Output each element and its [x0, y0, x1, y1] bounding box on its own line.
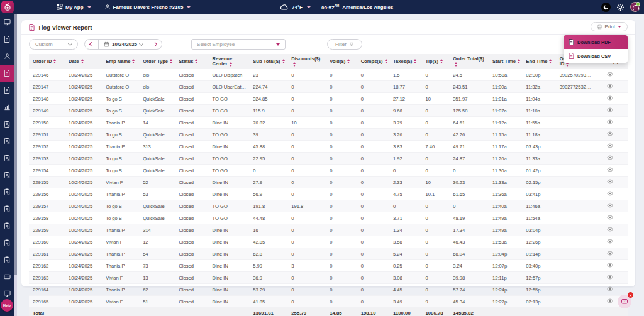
view-action-icon[interactable] [607, 250, 613, 258]
column-header[interactable]: Void($) [326, 54, 357, 69]
table-cell: 10 [287, 117, 326, 129]
sidebar-item-5[interactable] [0, 82, 14, 99]
column-header[interactable]: Status [175, 54, 208, 69]
download-csv-item[interactable]: Download CSV [564, 49, 628, 63]
total-cell [594, 308, 628, 316]
sidebar-item-11[interactable] [0, 183, 14, 200]
app-logo[interactable] [1, 1, 14, 13]
sidebar-item-15[interactable] [0, 251, 14, 268]
table-cell: 0 [326, 296, 357, 308]
sort-icon[interactable] [170, 59, 172, 63]
sort-icon[interactable] [293, 62, 296, 67]
view-action-icon[interactable] [607, 155, 613, 162]
user-avatar[interactable] [630, 2, 640, 12]
download-pdf-item[interactable]: Download PDF [564, 35, 628, 49]
table-cell: 229164 [29, 284, 65, 296]
sidebar-item-1[interactable] [0, 14, 14, 31]
sort-icon[interactable] [440, 59, 443, 63]
sidebar-item-6[interactable] [0, 99, 14, 116]
column-header[interactable]: Start Time [489, 54, 522, 69]
next-day-button[interactable] [148, 40, 162, 49]
view-action-icon[interactable] [607, 190, 613, 198]
date-range-select[interactable]: Custom [29, 39, 78, 50]
sort-icon[interactable] [230, 62, 232, 67]
sort-icon[interactable] [455, 62, 457, 67]
sidebar-item-12[interactable] [0, 200, 14, 217]
view-action-icon[interactable] [607, 238, 613, 246]
column-header[interactable]: Order Total($) [449, 54, 489, 69]
view-action-icon[interactable] [607, 71, 613, 79]
previous-day-button[interactable] [85, 40, 98, 49]
dark-mode-toggle[interactable] [601, 3, 611, 12]
store-selector[interactable]: Famous Dave's Fresno #3105 [104, 4, 191, 10]
column-header[interactable]: Emp Name [102, 54, 139, 69]
sidebar-scrollbar-thumb[interactable] [14, 14, 17, 275]
my-app-menu[interactable]: My App [57, 4, 91, 10]
table-cell [556, 177, 594, 188]
view-action-icon[interactable] [607, 214, 613, 222]
view-action-icon[interactable] [607, 262, 613, 270]
table-cell: 0 [357, 224, 389, 236]
sort-icon[interactable] [385, 59, 387, 63]
print-label: Print [605, 24, 615, 30]
print-button[interactable]: Print [591, 22, 628, 31]
sidebar-item-9[interactable] [0, 150, 14, 166]
view-action-icon[interactable] [607, 178, 613, 186]
view-action-icon[interactable] [607, 143, 613, 150]
view-action-icon[interactable] [607, 226, 613, 234]
settings-gear-icon[interactable] [616, 3, 625, 11]
view-action-icon[interactable] [607, 298, 613, 305]
help-button[interactable]: Help [1, 299, 13, 312]
sidebar-item-4-active[interactable] [0, 65, 14, 82]
temperature-value[interactable]: 74°F [292, 4, 303, 10]
column-header[interactable]: Order Type [139, 54, 175, 69]
sidebar-item-16[interactable] [0, 268, 14, 285]
table-cell: Outstore O [102, 81, 139, 93]
column-header[interactable]: Comps($) [357, 54, 389, 69]
table-cell: TO GO [209, 93, 250, 105]
view-action-icon[interactable] [607, 107, 613, 114]
actions-cell [594, 224, 628, 236]
column-header[interactable]: Order ID [29, 54, 65, 69]
sidebar-item-8[interactable] [0, 133, 14, 150]
sort-icon[interactable] [195, 59, 197, 63]
column-header[interactable]: Revenue Center [209, 54, 250, 69]
sidebar-item-13[interactable] [0, 217, 14, 234]
sort-icon[interactable] [53, 59, 56, 63]
table-cell: 3 [287, 260, 326, 272]
sort-icon[interactable] [549, 59, 552, 63]
sort-icon[interactable] [81, 59, 84, 63]
table-cell: 0 [357, 117, 389, 129]
filter-button[interactable]: Filter [327, 39, 362, 50]
column-header[interactable]: Sub Total($) [249, 54, 287, 69]
view-action-icon[interactable] [607, 95, 613, 102]
view-action-icon[interactable] [607, 83, 613, 90]
column-header[interactable]: Date [65, 54, 102, 69]
sidebar-item-2[interactable] [0, 31, 14, 48]
chat-support-button[interactable]: ? ✕ [618, 295, 631, 308]
date-picker[interactable]: 10/24/2025 [98, 40, 148, 49]
employee-select[interactable]: Select Employee [191, 39, 286, 50]
table-cell: 0 [287, 296, 326, 308]
view-action-icon[interactable] [607, 119, 613, 126]
column-label: Order Total($) [453, 56, 484, 62]
view-action-icon[interactable] [607, 131, 613, 138]
view-action-icon[interactable] [607, 274, 613, 281]
column-header[interactable]: End Time [522, 54, 555, 69]
view-action-icon[interactable] [607, 166, 613, 174]
sort-icon[interactable] [282, 59, 285, 63]
view-action-icon[interactable] [607, 286, 613, 293]
sidebar-item-10[interactable] [0, 166, 14, 183]
sidebar-item-14[interactable] [0, 234, 14, 251]
sort-icon[interactable] [518, 59, 520, 63]
sidebar-item-3[interactable] [0, 48, 14, 65]
table-row: 22915210/24/2025Thania P313ClosedDine IN… [29, 141, 628, 153]
sort-icon[interactable] [132, 59, 135, 63]
sort-icon[interactable] [414, 59, 416, 63]
column-header[interactable]: Discounts($) [287, 54, 326, 69]
column-header[interactable]: Taxes($) [389, 54, 421, 69]
view-action-icon[interactable] [607, 202, 613, 210]
sort-icon[interactable] [347, 59, 350, 63]
sidebar-item-7[interactable] [0, 116, 14, 133]
column-header[interactable]: Tip($) [421, 54, 449, 69]
